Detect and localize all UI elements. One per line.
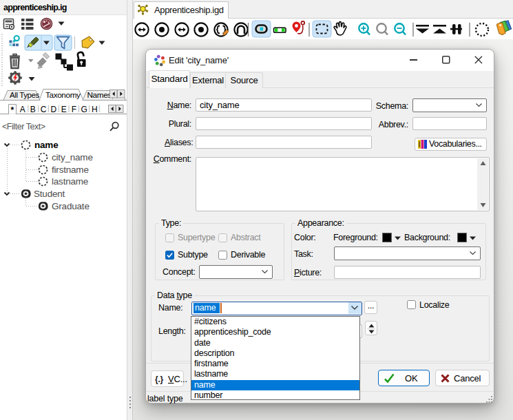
svg-text:Taxonomy: Taxonomy xyxy=(45,90,81,100)
svg-text:B: B xyxy=(30,105,36,114)
svg-text:Student: Student xyxy=(34,189,65,199)
svg-text:G: G xyxy=(81,105,87,114)
svg-text:city_name: city_name xyxy=(52,152,93,162)
svg-text:C: C xyxy=(41,105,47,114)
svg-text:{.}: {.} xyxy=(155,375,164,384)
svg-text:Graduate: Graduate xyxy=(52,201,90,211)
svg-text:D: D xyxy=(51,105,57,114)
svg-text:H: H xyxy=(92,105,97,114)
svg-text:F: F xyxy=(72,105,76,114)
svg-text:*: * xyxy=(11,105,14,115)
svg-text:lastname: lastname xyxy=(52,176,88,187)
svg-text:E: E xyxy=(61,105,67,114)
svg-text:firstname: firstname xyxy=(52,165,89,175)
svg-text:A: A xyxy=(20,105,25,114)
svg-text:All Types: All Types xyxy=(10,91,39,99)
svg-text:name: name xyxy=(34,140,59,150)
